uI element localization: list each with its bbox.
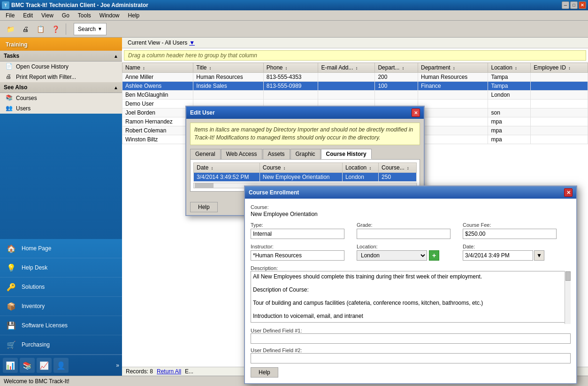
status-text: Welcome to BMC Track-It! (4, 378, 69, 385)
course-field-group: Course: New Employee Orientation (251, 204, 571, 218)
instructor-input[interactable] (251, 250, 344, 261)
help-desk-icon: 💡 (6, 262, 17, 273)
edit-user-close-btn[interactable]: ✕ (412, 108, 420, 117)
nav-expand-btn[interactable]: » (116, 362, 119, 369)
sidebar-item-courses[interactable]: 📚 Courses (0, 93, 122, 103)
toolbar-open-btn[interactable]: 📁 (4, 23, 17, 36)
sidebar-item-users[interactable]: 👥 Users (0, 103, 122, 114)
nav-chart-icon[interactable]: 📈 (37, 358, 52, 373)
date-picker-btn[interactable]: ▼ (534, 250, 544, 261)
course-enrollment-dialog[interactable]: Course Enrollment ✕ Course: New Employee… (244, 185, 577, 384)
menu-tools[interactable]: Tools (74, 11, 95, 20)
sort-icon-title: ↕ (209, 66, 212, 70)
sidebar-item-open-course-history[interactable]: 📄 Open Course History (0, 62, 122, 72)
sort-icon-location: ↕ (515, 66, 517, 70)
app-icon: T (2, 1, 9, 9)
location-select[interactable]: London Tampa (357, 250, 427, 261)
enrollment-close-btn[interactable]: ✕ (564, 188, 573, 197)
tasks-label: Tasks (4, 53, 19, 59)
col-dept-num[interactable]: Depart... ↕ (375, 63, 418, 73)
courses-icon: 📚 (6, 94, 13, 102)
nav-solutions[interactable]: 🔑 Solutions (0, 278, 122, 297)
date-input[interactable] (463, 250, 533, 261)
nav-inventory[interactable]: 📦 Inventory (0, 297, 122, 316)
tab-course-history[interactable]: Course History (321, 149, 372, 159)
type-input[interactable] (251, 229, 344, 239)
maximize-btn[interactable]: □ (570, 1, 578, 9)
search-dropdown-icon[interactable]: ▼ (98, 26, 102, 31)
title-bar: T BMC Track-It! Technician Client - Joe … (0, 0, 588, 10)
toolbar-print-btn[interactable]: 🖨 (19, 23, 32, 36)
col-phone[interactable]: Phone ↕ (263, 63, 318, 73)
search-label: Search (78, 26, 96, 32)
tab-general[interactable]: General (190, 149, 221, 159)
records-extra: E... (185, 368, 193, 375)
menu-file[interactable]: File (2, 11, 18, 20)
close-btn[interactable]: ✕ (579, 1, 586, 9)
add-location-btn[interactable]: + (429, 250, 439, 261)
udf1-group: User Defined Field #1: (251, 328, 571, 344)
grade-label: Grade: (357, 222, 455, 228)
nav-purchasing[interactable]: 🛒 Purchasing (0, 335, 122, 355)
fee-input[interactable] (463, 229, 557, 239)
view-dropdown-btn[interactable]: ▼ (189, 39, 195, 46)
col-dept[interactable]: Department ↕ (418, 63, 488, 73)
toolbar-copy-btn[interactable]: 📋 (34, 23, 47, 36)
ch-location-cell: London (342, 172, 378, 181)
home-icon: 🏠 (6, 243, 17, 254)
grade-input[interactable] (357, 229, 451, 239)
location-field-group: Location: London Tampa + (357, 244, 455, 261)
see-also-collapse-icon[interactable]: ▲ (114, 85, 118, 90)
window-controls[interactable]: ─ □ ✕ (562, 1, 586, 9)
menu-go[interactable]: Go (58, 11, 73, 20)
ch-col-course-num[interactable]: Course... ↕ (379, 162, 417, 172)
ch-col-date[interactable]: Date ↕ (194, 162, 260, 172)
udf2-input[interactable] (251, 353, 571, 363)
table-row[interactable]: Ashlee OwensInside Sales813-555-0989100F… (122, 82, 588, 91)
tab-assets[interactable]: Assets (263, 149, 290, 159)
description-scrollbar[interactable] (565, 271, 571, 324)
nav-more-bar: 📊 📚 📈 👤 » (0, 355, 122, 376)
info-box: Items in italics are managed by Director… (190, 123, 420, 145)
nav-home-page[interactable]: 🏠 Home Page (0, 239, 122, 258)
nav-reports-icon[interactable]: 📊 (3, 358, 18, 373)
table-row[interactable]: 3/4/2014 3:49:52 PM New Employee Orienta… (194, 172, 417, 181)
course-history-table: Date ↕ Course ↕ Location ↕ Course... ↕ 3… (193, 162, 417, 182)
enrollment-help-btn[interactable]: Help (251, 367, 278, 378)
tasks-collapse-icon[interactable]: ▲ (114, 54, 118, 59)
return-all-link[interactable]: Return All (157, 368, 181, 375)
udf1-input[interactable] (251, 333, 571, 344)
menu-help[interactable]: Help (124, 11, 144, 20)
nav-books-icon[interactable]: 📚 (20, 358, 35, 373)
nav-contacts-icon[interactable]: 👤 (53, 358, 69, 373)
tab-web-access[interactable]: Web Access (221, 149, 262, 159)
minimize-btn[interactable]: ─ (562, 1, 569, 9)
col-name[interactable]: Name ↕ (122, 63, 193, 73)
edit-user-title: Edit User (190, 109, 215, 116)
print-icon: 🖨 (6, 73, 13, 81)
ch-col-location[interactable]: Location ↕ (342, 162, 378, 172)
menu-window[interactable]: Window (96, 11, 123, 20)
col-title[interactable]: Title ↕ (193, 63, 263, 73)
nav-help-desk[interactable]: 💡 Help Desk (0, 258, 122, 278)
table-row[interactable]: Anne MillerHuman Resources813-555-435320… (122, 73, 588, 82)
col-email[interactable]: E-mail Add... ↕ (318, 63, 375, 73)
description-textarea[interactable] (251, 271, 571, 323)
edit-user-help-btn[interactable]: Help (190, 202, 218, 212)
col-location[interactable]: Location ↕ (488, 63, 531, 73)
sidebar: Training Tasks ▲ 📄 Open Course History 🖨… (0, 38, 122, 376)
menu-edit[interactable]: Edit (19, 11, 37, 20)
menu-view[interactable]: View (38, 11, 57, 20)
toolbar-help-btn[interactable]: ❓ (49, 23, 62, 36)
tab-graphic[interactable]: Graphic (290, 149, 321, 159)
info-text: Items in italics are managed by Director… (194, 126, 413, 141)
print-label: Print Report with Filter... (16, 74, 76, 80)
nav-inventory-label: Inventory (22, 303, 45, 309)
table-row[interactable]: Ben McGlaughlinLondon (122, 91, 588, 100)
ch-col-course[interactable]: Course ↕ (260, 162, 342, 172)
search-button[interactable]: Search ▼ (74, 23, 107, 35)
sidebar-item-print-report[interactable]: 🖨 Print Report with Filter... (0, 72, 122, 82)
col-emp-id[interactable]: Employee ID ↕ (531, 63, 588, 73)
sort-icon-emp-id: ↕ (568, 66, 571, 70)
nav-software-licenses[interactable]: 💾 Software Licenses (0, 316, 122, 335)
